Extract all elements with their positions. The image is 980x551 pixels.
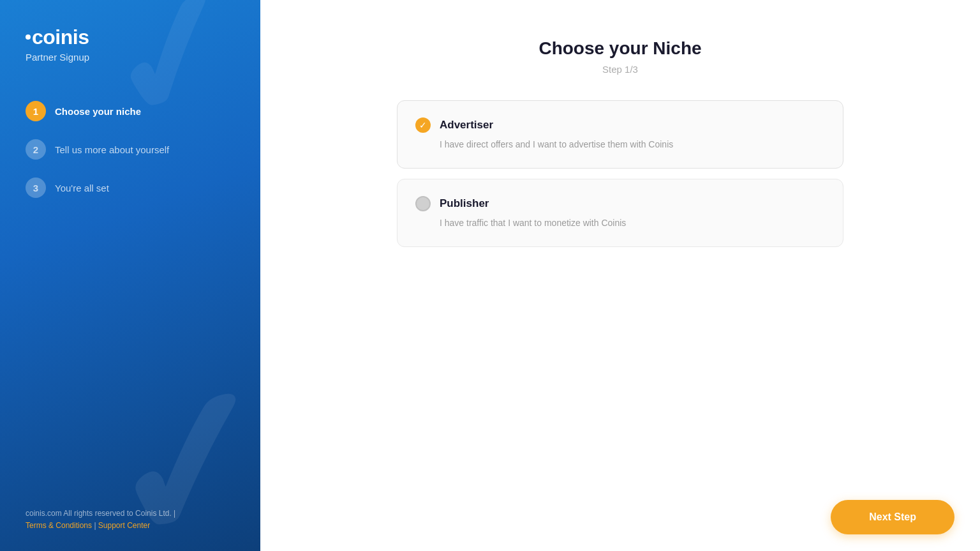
steps-list: 1 Choose your niche 2 Tell us more about… [26,101,235,198]
sidebar: ✓ ✓ coinis Partner Signup 1 Choose your … [0,0,260,551]
sidebar-footer: coinis.com All rights reserved to Coinis… [26,508,235,532]
step-label-3: You're all set [55,183,109,193]
step-label-1: Choose your niche [55,106,141,117]
publisher-title: Publisher [440,197,489,210]
option-publisher[interactable]: Publisher I have traffic that I want to … [397,179,843,247]
step-item-1: 1 Choose your niche [26,101,235,121]
page-title: Choose your Niche [299,38,942,59]
main-content: Choose your Niche Step 1/3 ✓ Advertiser … [260,0,980,551]
step-item-2: 2 Tell us more about yourself [26,139,235,160]
advertiser-radio: ✓ [415,117,431,133]
step-number-1: 1 [26,101,46,121]
publisher-desc: I have traffic that I want to monetize w… [415,216,825,230]
step-label-2: Tell us more about yourself [55,144,169,155]
terms-link[interactable]: Terms & Conditions [26,521,92,530]
footer-text: coinis.com All rights reserved to Coinis… [26,509,175,518]
page-header: Choose your Niche Step 1/3 [299,38,942,75]
step-number-2: 2 [26,139,46,160]
option-advertiser[interactable]: ✓ Advertiser I have direct offers and I … [397,100,843,169]
step-item-3: 3 You're all set [26,177,235,198]
option-publisher-header: Publisher [415,196,825,211]
publisher-radio [415,196,431,211]
options-container: ✓ Advertiser I have direct offers and I … [397,100,843,247]
logo-area: coinis Partner Signup [26,26,235,63]
logo: coinis [26,26,235,49]
page-step: Step 1/3 [299,64,942,75]
advertiser-title: Advertiser [440,119,493,132]
logo-subtitle: Partner Signup [26,52,235,63]
advertiser-desc: I have direct offers and I want to adver… [415,138,825,151]
logo-dot [26,34,31,40]
next-step-button[interactable]: Next Step [831,500,954,534]
option-advertiser-header: ✓ Advertiser [415,117,825,133]
support-link[interactable]: Support Center [98,521,150,530]
step-number-3: 3 [26,177,46,198]
